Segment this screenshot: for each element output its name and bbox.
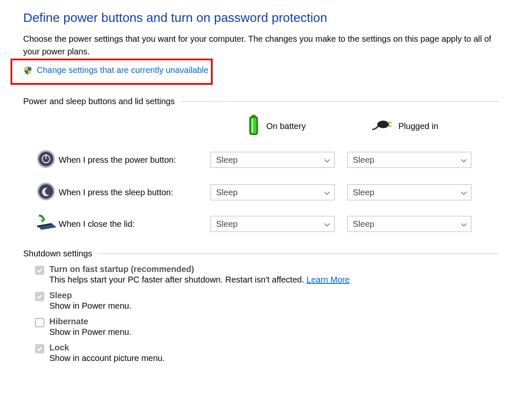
- power-button-battery-value: Sleep: [216, 155, 238, 165]
- intro-text: Choose the power settings that you want …: [23, 32, 499, 58]
- power-button-icon: [37, 150, 55, 170]
- power-button-battery-dropdown[interactable]: Sleep: [211, 152, 335, 168]
- fast-startup-desc: This helps start your PC faster after sh…: [49, 275, 350, 285]
- hibernate-desc: Show in Power menu.: [49, 327, 132, 337]
- row-power-button-label: When I press the power button:: [59, 155, 211, 165]
- plug-icon: [371, 119, 392, 133]
- shutdown-lock: Lock Show in account picture menu.: [35, 343, 499, 363]
- power-button-plugged-value: Sleep: [353, 155, 374, 165]
- row-power-button: When I press the power button: Sleep Sle…: [23, 150, 499, 170]
- sleep-button-battery-value: Sleep: [216, 188, 238, 197]
- close-lid-battery-dropdown[interactable]: Sleep: [211, 216, 335, 232]
- section-power-buttons: Power and sleep buttons and lid settings: [23, 97, 499, 106]
- highlight-annotation: Change settings that are currently unava…: [11, 59, 213, 85]
- chevron-down-icon: [324, 219, 330, 229]
- section-power-buttons-label: Power and sleep buttons and lid settings: [23, 97, 175, 106]
- sleep-checkbox[interactable]: [35, 292, 44, 301]
- chevron-down-icon: [461, 188, 467, 197]
- svg-rect-6: [387, 126, 392, 127]
- svg-point-4: [377, 121, 389, 128]
- shutdown-fast-startup: Turn on fast startup (recommended) This …: [35, 264, 499, 285]
- row-sleep-button-label: When I press the sleep button:: [59, 188, 211, 197]
- page-title: Define power buttons and turn on passwor…: [23, 11, 499, 25]
- row-sleep-button: When I press the sleep button: Sleep Sle…: [23, 182, 499, 203]
- column-plugged-in-label: Plugged in: [398, 121, 438, 131]
- columns-header: On battery Plugged in: [23, 115, 499, 138]
- sleep-button-plugged-value: Sleep: [353, 188, 374, 197]
- section-shutdown-label: Shutdown settings: [23, 249, 92, 258]
- sleep-button-battery-dropdown[interactable]: Sleep: [211, 184, 335, 200]
- sleep-button-plugged-dropdown[interactable]: Sleep: [347, 184, 471, 200]
- uac-shield-icon: [23, 66, 32, 75]
- power-button-plugged-dropdown[interactable]: Sleep: [347, 152, 471, 168]
- chevron-down-icon: [324, 188, 330, 197]
- hibernate-title: Hibernate: [49, 317, 132, 326]
- section-shutdown: Shutdown settings: [23, 249, 499, 258]
- row-close-lid-label: When I close the lid:: [59, 219, 211, 229]
- chevron-down-icon: [461, 219, 467, 229]
- column-plugged-in: Plugged in: [359, 119, 496, 133]
- chevron-down-icon: [461, 155, 467, 165]
- lock-desc: Show in account picture menu.: [49, 353, 165, 363]
- svg-rect-3: [252, 118, 253, 133]
- column-on-battery: On battery: [222, 115, 359, 138]
- divider: [181, 101, 499, 102]
- lock-title: Lock: [49, 343, 165, 353]
- close-lid-icon: [35, 215, 57, 234]
- fast-startup-title: Turn on fast startup (recommended): [49, 264, 350, 274]
- close-lid-battery-value: Sleep: [216, 219, 238, 229]
- learn-more-link[interactable]: Learn More: [306, 275, 349, 284]
- chevron-down-icon: [324, 155, 330, 165]
- row-close-lid: When I close the lid: Sleep Sleep: [23, 215, 499, 234]
- shutdown-hibernate: Hibernate Show in Power menu.: [35, 317, 499, 337]
- fast-startup-checkbox[interactable]: [35, 266, 44, 275]
- shutdown-sleep: Sleep Show in Power menu.: [35, 291, 499, 311]
- sleep-button-icon: [37, 182, 55, 203]
- sleep-title: Sleep: [49, 291, 132, 300]
- close-lid-plugged-value: Sleep: [353, 219, 374, 229]
- battery-icon: [247, 115, 260, 138]
- column-on-battery-label: On battery: [266, 121, 306, 131]
- sleep-desc: Show in Power menu.: [49, 301, 132, 311]
- close-lid-plugged-dropdown[interactable]: Sleep: [347, 216, 471, 232]
- lock-checkbox[interactable]: [35, 344, 44, 353]
- change-settings-link[interactable]: Change settings that are currently unava…: [15, 65, 208, 75]
- divider: [98, 253, 499, 254]
- change-settings-label: Change settings that are currently unava…: [37, 65, 208, 75]
- svg-rect-5: [387, 122, 392, 123]
- hibernate-checkbox[interactable]: [35, 318, 44, 327]
- svg-point-12: [39, 184, 53, 199]
